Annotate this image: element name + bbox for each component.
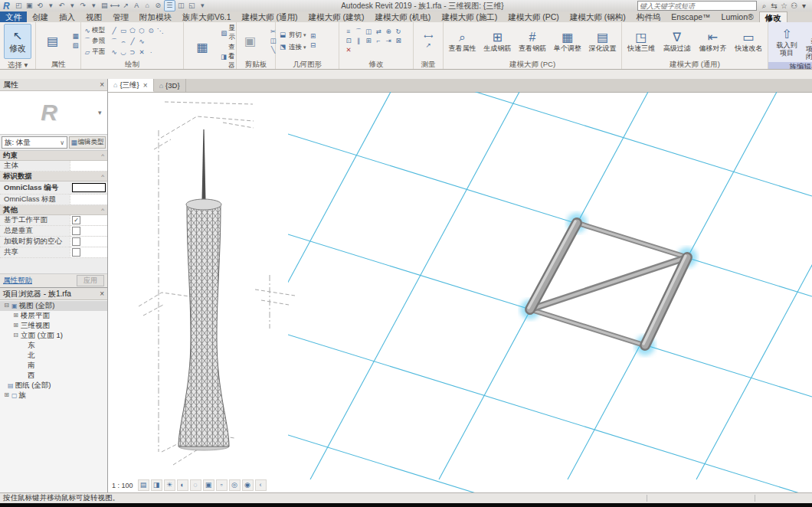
property-row-always-vertical[interactable]: 总是垂直: [0, 226, 107, 237]
icon[interactable]: ⋱: [156, 27, 165, 35]
view-tab-3d[interactable]: ⌂ {3D}: [154, 79, 186, 92]
ribbon-tab[interactable]: 管理: [107, 11, 134, 22]
section-pin-icon[interactable]: ^: [101, 173, 104, 180]
property-row-cut-with-voids[interactable]: 加载时剪切的空心: [0, 237, 107, 247]
view-properties-button[interactable]: ⌕查看属性: [446, 31, 478, 52]
render-icon[interactable]: ◌: [190, 479, 201, 491]
collapse-icon[interactable]: ‹: [255, 479, 267, 491]
icon[interactable]: ⬡: [137, 27, 146, 35]
quick-rename-button[interactable]: ▭快速改名: [732, 31, 765, 52]
icon[interactable]: ◡: [119, 48, 128, 57]
temp-hide-isolate-icon[interactable]: ◎: [229, 479, 241, 491]
truss-cylinders-model[interactable]: [529, 221, 687, 345]
reveal-hidden-icon[interactable]: ◉: [242, 479, 254, 491]
tree-item-north[interactable]: 北: [0, 351, 107, 361]
load-into-project-button[interactable]: ⇧载入到项目: [771, 28, 803, 57]
measure-tool-icon[interactable]: ⟷: [424, 32, 433, 41]
load-into-project-close-button[interactable]: ⇧载入到项目并关闭: [805, 24, 812, 61]
align-icon[interactable]: ≡: [344, 28, 353, 36]
join-caret[interactable]: ▾: [303, 44, 306, 51]
print-icon[interactable]: ▤: [100, 1, 110, 11]
revit-logo[interactable]: R: [3, 1, 10, 11]
tree-item-elevations[interactable]: ⊟ 立面 (立面 1): [0, 331, 107, 341]
detail-level-icon[interactable]: ▤: [138, 479, 149, 491]
trim-icon[interactable]: ⊡: [344, 37, 353, 45]
move-icon[interactable]: ⇄: [374, 28, 383, 36]
help-search-input[interactable]: [637, 1, 757, 11]
icon[interactable]: ╱: [110, 27, 119, 35]
ribbon-tab[interactable]: 创建: [27, 11, 54, 22]
redo-caret[interactable]: ▾: [89, 1, 99, 11]
scale-icon[interactable]: ⌐: [374, 37, 383, 45]
ribbon-tab[interactable]: 建模大师 (建筑): [303, 11, 370, 22]
checkbox[interactable]: [72, 237, 80, 246]
measure-icon[interactable]: ⟷: [110, 1, 120, 11]
tree-item-sheets[interactable]: ▤ 图纸 (全部): [0, 381, 107, 391]
undo-caret[interactable]: ▾: [67, 1, 77, 11]
property-row-omniclass-title[interactable]: OmniClass 标题: [0, 195, 107, 205]
rotate-icon[interactable]: ↻: [394, 28, 403, 36]
sync-caret[interactable]: ▾: [46, 1, 56, 11]
shadows-icon[interactable]: ◐: [177, 479, 188, 491]
show-crop-icon[interactable]: ▫: [216, 479, 228, 491]
icon[interactable]: ⌒: [110, 38, 119, 46]
drawing-canvas[interactable]: ⌂ {三维} × ⌂ {3D}: [108, 79, 812, 493]
icon[interactable]: ╱: [128, 38, 137, 46]
exchange-apps-icon[interactable]: ⇆: [769, 2, 779, 10]
tower-mass-model[interactable]: [178, 129, 229, 450]
checkbox[interactable]: [72, 248, 80, 257]
properties-help-link[interactable]: 属性帮助: [3, 276, 32, 286]
icon[interactable]: ✕: [137, 48, 146, 57]
tree-item-floor-plans[interactable]: ⊞ 楼层平面: [0, 311, 107, 321]
edit-type-button[interactable]: ▦ 编辑类型: [69, 136, 106, 149]
ribbon-tab[interactable]: 建模大师 (机电): [369, 11, 436, 22]
project-browser-close-icon[interactable]: ×: [100, 289, 104, 298]
save-icon[interactable]: ▣: [25, 1, 34, 11]
crop-view-icon[interactable]: ▣: [203, 479, 214, 491]
type-preview[interactable]: R ▾: [0, 91, 107, 135]
properties-palette-button[interactable]: ▤: [37, 34, 69, 48]
ribbon-tab[interactable]: 视图: [80, 11, 107, 22]
join-geometry-icon[interactable]: ⊟: [309, 41, 318, 50]
ribbon-tab[interactable]: 插入: [54, 11, 80, 22]
offset-align-button[interactable]: ⇤偏移对齐: [696, 31, 729, 52]
split-icon[interactable]: ∥: [354, 37, 363, 45]
unpin-icon[interactable]: ⇥: [384, 37, 393, 45]
panel-label-select[interactable]: 选择 ▾: [0, 61, 35, 70]
deepen-settings-button[interactable]: ▤深化设置: [587, 31, 619, 52]
properties-close-icon[interactable]: ×: [100, 80, 104, 89]
quick-3d-button[interactable]: ◳快速三维: [625, 31, 657, 52]
family-category-icon[interactable]: ▦: [71, 32, 80, 41]
dimension-tool-icon[interactable]: ↗: [424, 41, 433, 50]
omniclass-number-input[interactable]: [72, 183, 106, 192]
offset-icon[interactable]: ⌒: [354, 28, 363, 36]
switch-windows-icon[interactable]: ◱: [187, 1, 197, 11]
property-row-omniclass-number[interactable]: OmniClass 编号: [0, 182, 107, 195]
single-adjust-button[interactable]: ▦单个调整: [552, 31, 584, 52]
view-rebar-button[interactable]: #查看钢筋: [516, 31, 548, 52]
copy-icon[interactable]: ⊕: [384, 28, 393, 36]
ribbon-tab[interactable]: 建模大师 (钢构): [565, 11, 631, 22]
delete-icon[interactable]: ✕: [344, 46, 353, 54]
view-scale[interactable]: 1 : 100: [112, 482, 133, 489]
section-icon[interactable]: ⊘: [153, 1, 163, 11]
checkbox[interactable]: [72, 227, 80, 235]
ribbon-tab[interactable]: 构件坞: [631, 11, 666, 22]
view-tab-close-icon[interactable]: ×: [143, 81, 148, 90]
generate-rebar-button[interactable]: ⊞生成钢筋: [481, 31, 513, 52]
icon[interactable]: ⊙: [146, 27, 156, 35]
ribbon-tab[interactable]: 建模大师 (通用): [237, 11, 303, 22]
type-selector-caret-icon[interactable]: ∨: [60, 139, 64, 146]
ribbon-tab[interactable]: 附加模块: [134, 11, 177, 22]
mirror-icon[interactable]: ◫: [364, 28, 373, 36]
text-icon[interactable]: A: [132, 1, 142, 11]
type-selector[interactable]: 族: 体量 ∨: [2, 136, 67, 149]
property-row-workplane-based[interactable]: 基于工作平面 ✓: [0, 215, 107, 226]
icon[interactable]: ⬠: [128, 27, 137, 35]
icon[interactable]: ∿: [110, 48, 119, 57]
section-pin-icon[interactable]: ^: [101, 207, 104, 214]
family-types-icon[interactable]: ▧: [71, 41, 80, 50]
redo-icon[interactable]: ↷: [78, 1, 88, 11]
signin-icon[interactable]: ⚇: [789, 2, 799, 10]
tree-item-families[interactable]: ⊞ ▢ 族: [0, 391, 107, 401]
